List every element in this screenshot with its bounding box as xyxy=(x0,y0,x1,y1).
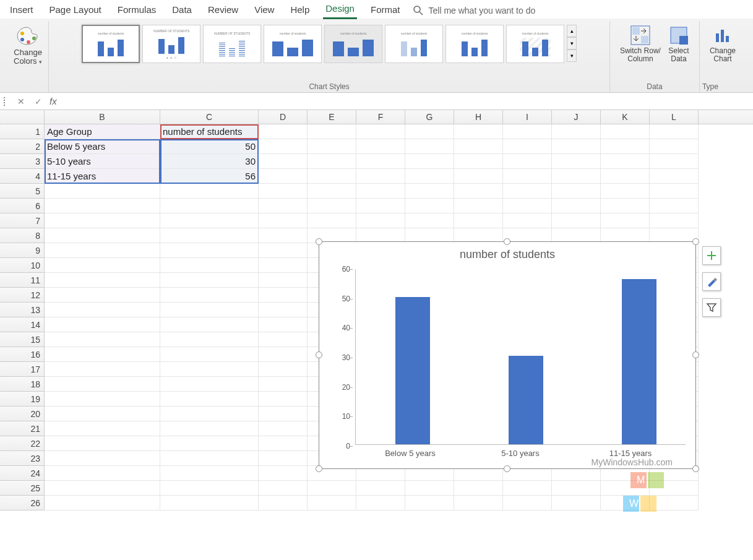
tab-page-layout[interactable]: Page Layout xyxy=(47,3,104,19)
cell-B15[interactable] xyxy=(45,332,160,347)
chart-handle-s[interactable] xyxy=(504,465,510,472)
cell-F3[interactable] xyxy=(356,154,405,169)
cell-C17[interactable] xyxy=(160,362,259,377)
cell-L5[interactable] xyxy=(650,184,699,199)
cell-G2[interactable] xyxy=(405,139,454,154)
cell-B8[interactable] xyxy=(45,228,160,243)
cell-C1[interactable]: number of students xyxy=(160,124,259,139)
cell-L6[interactable] xyxy=(650,199,699,213)
cell-D6[interactable] xyxy=(259,199,308,213)
cell-B19[interactable] xyxy=(45,392,160,407)
row-header-18[interactable]: 18 xyxy=(0,377,45,392)
cell-E4[interactable] xyxy=(308,169,356,184)
cell-D15[interactable] xyxy=(259,332,308,347)
cell-C22[interactable] xyxy=(160,436,259,451)
chart-style-7[interactable]: number of students xyxy=(445,25,504,63)
cell-H1[interactable] xyxy=(454,124,503,139)
row-header-14[interactable]: 14 xyxy=(0,317,45,332)
cell-B1[interactable]: Age Group xyxy=(45,124,160,139)
cell-G25[interactable] xyxy=(405,481,454,496)
cell-B6[interactable] xyxy=(45,199,160,213)
cell-G4[interactable] xyxy=(405,169,454,184)
cell-H3[interactable] xyxy=(454,154,503,169)
cell-J26[interactable] xyxy=(552,496,601,510)
cell-B5[interactable] xyxy=(45,184,160,199)
chart-handle-n[interactable] xyxy=(504,238,510,245)
cell-H2[interactable] xyxy=(454,139,503,154)
cell-H25[interactable] xyxy=(454,481,503,496)
cell-I26[interactable] xyxy=(503,496,552,510)
column-header-F[interactable]: F xyxy=(356,110,405,124)
column-header-B[interactable]: B xyxy=(45,110,160,124)
cell-D10[interactable] xyxy=(259,258,308,273)
column-header-K[interactable]: K xyxy=(601,110,650,124)
cell-D11[interactable] xyxy=(259,273,308,288)
cell-D5[interactable] xyxy=(259,184,308,199)
chart-filter-button[interactable] xyxy=(702,298,721,317)
cell-I25[interactable] xyxy=(503,481,552,496)
cell-E2[interactable] xyxy=(308,139,356,154)
row-header-7[interactable]: 7 xyxy=(0,213,45,228)
cell-L7[interactable] xyxy=(650,213,699,228)
cell-J4[interactable] xyxy=(552,169,601,184)
column-header-I[interactable]: I xyxy=(503,110,552,124)
cell-C15[interactable] xyxy=(160,332,259,347)
cell-D16[interactable] xyxy=(259,347,308,362)
tab-help[interactable]: Help xyxy=(288,3,312,19)
cell-I6[interactable] xyxy=(503,199,552,213)
cell-D24[interactable] xyxy=(259,466,308,481)
cell-K4[interactable] xyxy=(601,169,650,184)
cell-I5[interactable] xyxy=(503,184,552,199)
cell-C18[interactable] xyxy=(160,377,259,392)
chart-elements-button[interactable] xyxy=(702,246,721,265)
cell-D18[interactable] xyxy=(259,377,308,392)
cell-G7[interactable] xyxy=(405,213,454,228)
row-header-9[interactable]: 9 xyxy=(0,243,45,258)
formula-bar-drag-handle[interactable] xyxy=(4,97,10,106)
cell-C26[interactable] xyxy=(160,496,259,510)
styles-scroll-up[interactable]: ▴ xyxy=(567,25,577,37)
chart-handle-sw[interactable] xyxy=(316,465,322,472)
cell-C16[interactable] xyxy=(160,347,259,362)
formula-enter-button[interactable]: ✓ xyxy=(32,97,45,106)
tell-me-search[interactable]: Tell me what you want to do xyxy=(413,6,535,15)
select-data-button[interactable]: Select Data xyxy=(665,22,693,66)
column-header-L[interactable]: L xyxy=(650,110,699,124)
row-header-8[interactable]: 8 xyxy=(0,228,45,243)
row-header-15[interactable]: 15 xyxy=(0,332,45,347)
cell-B18[interactable] xyxy=(45,377,160,392)
row-header-12[interactable]: 12 xyxy=(0,288,45,303)
bar-2[interactable] xyxy=(622,279,656,444)
cell-D23[interactable] xyxy=(259,451,308,466)
row-header-24[interactable]: 24 xyxy=(0,466,45,481)
chart-handle-e[interactable] xyxy=(692,351,699,358)
row-header-1[interactable]: 1 xyxy=(0,124,45,139)
cell-G1[interactable] xyxy=(405,124,454,139)
row-header-3[interactable]: 3 xyxy=(0,154,45,169)
styles-more[interactable]: ▾ xyxy=(567,50,577,62)
formula-cancel-button[interactable]: ✕ xyxy=(15,97,27,106)
cell-B17[interactable] xyxy=(45,362,160,377)
cell-F1[interactable] xyxy=(356,124,405,139)
cell-H7[interactable] xyxy=(454,213,503,228)
cell-B10[interactable] xyxy=(45,258,160,273)
cell-B16[interactable] xyxy=(45,347,160,362)
cell-L1[interactable] xyxy=(650,124,699,139)
tab-design[interactable]: Design xyxy=(323,2,357,19)
cell-E25[interactable] xyxy=(308,481,356,496)
cell-F26[interactable] xyxy=(356,496,405,510)
tab-view[interactable]: View xyxy=(252,3,277,19)
cell-C11[interactable] xyxy=(160,273,259,288)
chart-styles-button[interactable] xyxy=(702,272,721,291)
cell-G5[interactable] xyxy=(405,184,454,199)
cell-C25[interactable] xyxy=(160,481,259,496)
cell-D13[interactable] xyxy=(259,303,308,317)
cell-F25[interactable] xyxy=(356,481,405,496)
cell-D19[interactable] xyxy=(259,392,308,407)
chart-plot-area[interactable]: 0102030405060 xyxy=(337,269,686,445)
cell-F5[interactable] xyxy=(356,184,405,199)
chart-handle-w[interactable] xyxy=(316,351,322,358)
row-header-16[interactable]: 16 xyxy=(0,347,45,362)
cell-C21[interactable] xyxy=(160,421,259,436)
cell-H26[interactable] xyxy=(454,496,503,510)
